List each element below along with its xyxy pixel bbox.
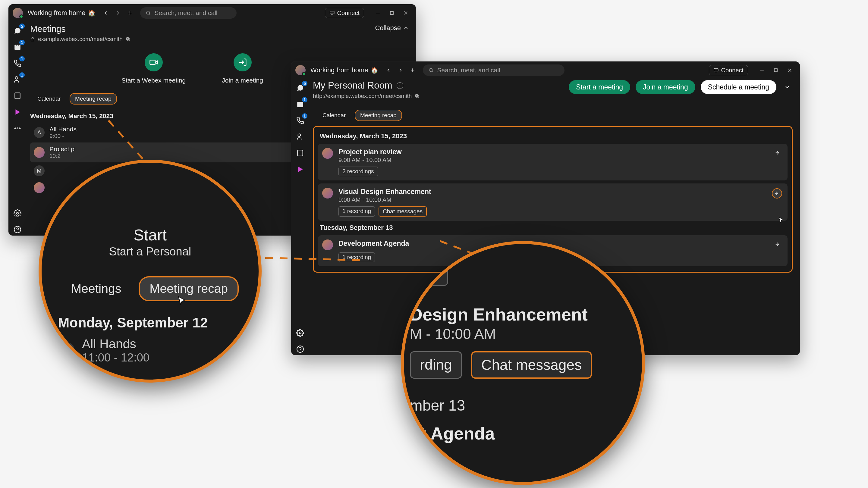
- open-icon[interactable]: [774, 240, 782, 249]
- tab-meeting-recap[interactable]: Meeting recap: [70, 93, 117, 104]
- zoom-chip-chat[interactable]: Chat messages: [471, 351, 592, 379]
- meeting-card[interactable]: Project plan review 9:00 AM - 10:00 AM 2…: [318, 144, 787, 181]
- user-avatar[interactable]: [296, 65, 306, 75]
- start-meeting-button[interactable]: Start a meeting: [569, 80, 630, 94]
- forward-button[interactable]: [113, 7, 123, 19]
- device-icon: [330, 10, 335, 16]
- forward-button[interactable]: [395, 65, 406, 76]
- rail-contacts[interactable]: [11, 90, 24, 102]
- avatar: [322, 239, 333, 250]
- avatar: [322, 148, 333, 159]
- svg-rect-38: [297, 102, 303, 107]
- personal-url[interactable]: http://example.webex.com/meet/csmith: [313, 93, 420, 99]
- add-button[interactable]: [124, 7, 135, 19]
- view-tabs: Calendar Meeting recap: [313, 110, 793, 121]
- minimize-button[interactable]: [756, 64, 768, 76]
- rail-teams[interactable]: [294, 131, 306, 143]
- rail-calendar[interactable]: 1: [11, 41, 24, 53]
- titlebar: Working from home🏠 Search, meet, and cal…: [291, 61, 800, 79]
- page-title: My Personal Room i: [313, 80, 420, 91]
- rail-messaging[interactable]: 5: [11, 25, 24, 37]
- rail-help[interactable]: [294, 343, 306, 355]
- zoom-next-title: nt Agenda: [410, 423, 642, 444]
- chip-chat-messages[interactable]: Chat messages: [378, 206, 427, 217]
- rail-contacts[interactable]: [294, 147, 306, 159]
- rail-help[interactable]: [11, 224, 24, 235]
- schedule-meeting-button[interactable]: Schedule a meeting: [701, 80, 776, 94]
- tab-calendar[interactable]: Calendar: [318, 110, 350, 121]
- house-icon: 🏠: [371, 67, 378, 74]
- copy-icon[interactable]: [415, 94, 420, 98]
- rail-teams[interactable]: 1: [11, 73, 24, 86]
- connect-button[interactable]: Connect: [325, 8, 364, 18]
- zoom-tab-meetings[interactable]: Meetings: [61, 278, 131, 300]
- zoom-date: Monday, September 12: [58, 315, 258, 331]
- device-icon: [713, 67, 719, 73]
- tab-meeting-recap[interactable]: Meeting recap: [355, 110, 402, 121]
- titlebar: Working from home🏠 Search, meet, and cal…: [8, 4, 416, 22]
- rail-calling[interactable]: 1: [294, 115, 306, 127]
- svg-rect-35: [774, 69, 777, 72]
- tab-calendar[interactable]: Calendar: [33, 94, 65, 104]
- back-button[interactable]: [100, 7, 111, 19]
- info-icon[interactable]: i: [397, 82, 403, 89]
- minimize-button[interactable]: [372, 7, 384, 19]
- date-heading: Wednesday, March 15, 2023: [320, 132, 787, 140]
- zoom-tab-recap[interactable]: Meeting recap: [138, 276, 239, 301]
- header-actions: Start a meeting Join a meeting Schedule …: [569, 80, 793, 94]
- meeting-card[interactable]: Visual Design Enhancement 9:00 AM - 10:0…: [318, 184, 787, 221]
- search-box[interactable]: Search, meet, and call: [140, 7, 237, 19]
- chevron-up-icon: [403, 25, 409, 31]
- svg-point-2: [147, 11, 150, 14]
- join-meeting-action[interactable]: Join a meeting: [222, 53, 263, 84]
- rail-messaging[interactable]: 5: [294, 82, 306, 94]
- avatar: A: [58, 342, 75, 359]
- svg-point-42: [299, 332, 301, 334]
- badge: 1: [19, 72, 25, 78]
- rail-vidcast[interactable]: [11, 106, 24, 118]
- chip-recording[interactable]: 1 recording: [338, 253, 375, 262]
- maximize-button[interactable]: [386, 7, 398, 19]
- rail-settings[interactable]: [11, 207, 24, 219]
- actions-dropdown[interactable]: [782, 82, 793, 93]
- presence-dot: [302, 72, 306, 76]
- connect-button[interactable]: Connect: [709, 65, 748, 75]
- chip-recording[interactable]: 1 recording: [338, 206, 375, 217]
- join-meeting-button[interactable]: Join a meeting: [636, 80, 695, 94]
- start-meeting-action[interactable]: Start a Webex meeting: [121, 53, 186, 84]
- page-title: Meetings: [30, 24, 130, 34]
- chip-recordings[interactable]: 2 recordings: [338, 167, 378, 176]
- close-button[interactable]: [400, 7, 412, 19]
- search-box[interactable]: Search, meet, and call: [423, 64, 564, 76]
- svg-rect-40: [298, 150, 303, 156]
- maximize-button[interactable]: [770, 64, 782, 76]
- nav-arrows: [383, 65, 418, 76]
- svg-point-30: [429, 68, 433, 72]
- add-button[interactable]: [407, 65, 418, 76]
- zoom-date: mber 13: [410, 397, 642, 414]
- rail-settings[interactable]: [294, 327, 306, 339]
- rail-calling[interactable]: 1: [11, 57, 24, 69]
- close-button[interactable]: [784, 64, 796, 76]
- copy-icon[interactable]: [126, 37, 130, 41]
- svg-rect-25: [150, 60, 155, 65]
- nav-rail: 5 1 1 1: [8, 22, 27, 235]
- status-text[interactable]: Working from home🏠: [28, 9, 96, 17]
- back-button[interactable]: [383, 65, 394, 76]
- user-avatar[interactable]: [13, 8, 23, 18]
- zoom-chip-recording[interactable]: rding: [410, 351, 462, 379]
- avatar: [34, 147, 44, 158]
- rail-calendar[interactable]: 1: [294, 98, 306, 110]
- svg-point-19: [17, 213, 19, 215]
- search-placeholder: Search, meet, and call: [437, 67, 500, 74]
- zoom-row[interactable]: A All Hands 11:00 - 12:00: [58, 337, 258, 364]
- date-heading: Tuesday, September 13: [320, 224, 787, 232]
- personal-url[interactable]: example.webex.com/meet/csmith: [30, 36, 130, 42]
- collapse-toggle[interactable]: Collapse: [375, 24, 409, 32]
- open-icon[interactable]: [774, 149, 782, 157]
- open-icon[interactable]: [772, 188, 782, 198]
- rail-vidcast[interactable]: [294, 163, 306, 175]
- zoom-time: M - 10:00 AM: [410, 326, 642, 342]
- status-text[interactable]: Working from home🏠: [310, 66, 378, 74]
- rail-more[interactable]: [11, 122, 24, 134]
